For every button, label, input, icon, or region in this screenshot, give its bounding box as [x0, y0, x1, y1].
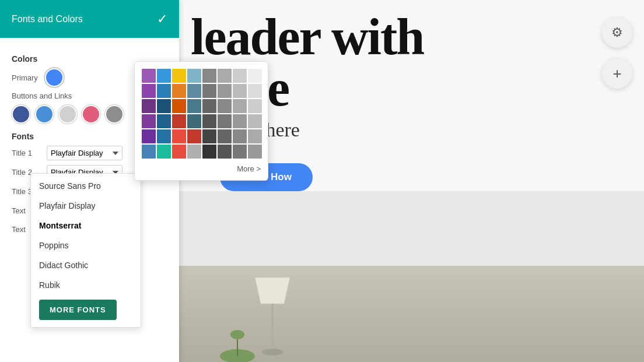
color-cell[interactable] — [142, 69, 156, 83]
svg-point-2 — [262, 349, 283, 356]
color-picker-popup: More > — [134, 61, 268, 181]
color-cell[interactable] — [218, 69, 232, 83]
plus-button[interactable]: + — [602, 58, 632, 89]
color-cell[interactable] — [202, 99, 216, 113]
color-cell[interactable] — [248, 84, 262, 98]
color-cell[interactable] — [172, 145, 186, 159]
color-grid — [142, 69, 261, 159]
dropdown-item-rubik[interactable]: Rubik — [31, 275, 141, 295]
color-cell[interactable] — [172, 99, 186, 113]
sidebar: Fonts and Colors ✓ Colors Primary Button… — [0, 0, 179, 362]
color-cell[interactable] — [172, 114, 186, 128]
color-cell[interactable] — [218, 145, 232, 159]
svg-point-5 — [230, 330, 244, 339]
color-cell[interactable] — [172, 84, 186, 98]
svg-rect-1 — [271, 304, 274, 350]
color-cell[interactable] — [233, 114, 247, 128]
color-cell[interactable] — [248, 114, 262, 128]
color-cell[interactable] — [142, 129, 156, 143]
dropdown-item-playfair[interactable]: Playfair Display — [31, 196, 141, 216]
dropdown-item-didact[interactable]: Didact Gothic — [31, 255, 141, 275]
more-fonts-button[interactable]: MORE FONTS — [39, 300, 117, 320]
main-content: leader with nage r subtitle here Learn H… — [179, 0, 644, 362]
color-cell[interactable] — [187, 99, 201, 113]
swatch-dark-gray[interactable] — [105, 105, 124, 124]
more-colors-link[interactable]: More > — [142, 164, 261, 173]
color-cell[interactable] — [233, 99, 247, 113]
color-cell[interactable] — [187, 114, 201, 128]
color-cell[interactable] — [157, 84, 171, 98]
color-cell[interactable] — [187, 129, 201, 143]
swatch-pink[interactable] — [82, 105, 100, 124]
color-cell[interactable] — [218, 99, 232, 113]
lamp-image-area — [179, 266, 644, 362]
color-cell[interactable] — [248, 69, 262, 83]
color-cell[interactable] — [202, 84, 216, 98]
color-cell[interactable] — [187, 84, 201, 98]
color-cell[interactable] — [157, 114, 171, 128]
color-cell[interactable] — [233, 69, 247, 83]
lamp-svg — [214, 266, 331, 362]
color-cell[interactable] — [142, 145, 156, 159]
confirm-icon[interactable]: ✓ — [157, 12, 167, 27]
font-dropdown: Source Sans Pro Playfair Display Montser… — [30, 173, 141, 328]
color-cell[interactable] — [172, 69, 186, 83]
title1-font-select[interactable]: Playfair Display — [47, 146, 123, 160]
color-cell[interactable] — [248, 145, 262, 159]
color-cell[interactable] — [233, 145, 247, 159]
color-cell[interactable] — [142, 84, 156, 98]
svg-marker-0 — [255, 277, 290, 304]
plus-icon: + — [612, 65, 621, 83]
dropdown-item-source-sans[interactable]: Source Sans Pro — [31, 176, 141, 196]
color-cell[interactable] — [218, 114, 232, 128]
primary-color-swatch[interactable] — [45, 68, 64, 87]
color-cell[interactable] — [248, 129, 262, 143]
color-cell[interactable] — [142, 114, 156, 128]
swatch-dark-blue[interactable] — [12, 105, 30, 124]
color-cell[interactable] — [157, 69, 171, 83]
color-cell[interactable] — [202, 129, 216, 143]
color-cell[interactable] — [218, 84, 232, 98]
color-cell[interactable] — [233, 84, 247, 98]
gear-icon: ⚙ — [611, 25, 623, 40]
dropdown-item-montserrat[interactable]: Montserrat — [31, 216, 141, 236]
color-cell[interactable] — [202, 114, 216, 128]
gear-button[interactable]: ⚙ — [602, 17, 632, 48]
color-cell[interactable] — [157, 99, 171, 113]
color-cell[interactable] — [187, 145, 201, 159]
color-cell[interactable] — [142, 99, 156, 113]
color-cell[interactable] — [157, 129, 171, 143]
primary-label: Primary — [12, 73, 38, 82]
color-cell[interactable] — [202, 69, 216, 83]
swatch-light-gray[interactable] — [58, 105, 77, 124]
color-cell[interactable] — [248, 99, 262, 113]
color-cell[interactable] — [218, 129, 232, 143]
title1-label: Title 1 — [12, 149, 42, 157]
color-cell[interactable] — [202, 145, 216, 159]
swatch-medium-blue[interactable] — [35, 105, 54, 124]
dropdown-item-poppins[interactable]: Poppins — [31, 236, 141, 255]
color-cell[interactable] — [172, 129, 186, 143]
color-cell[interactable] — [187, 69, 201, 83]
sidebar-header: Fonts and Colors ✓ — [0, 0, 179, 38]
headline-text: leader with — [191, 12, 632, 63]
color-cell[interactable] — [233, 129, 247, 143]
sidebar-title: Fonts and Colors — [12, 14, 83, 24]
color-cell[interactable] — [157, 145, 171, 159]
